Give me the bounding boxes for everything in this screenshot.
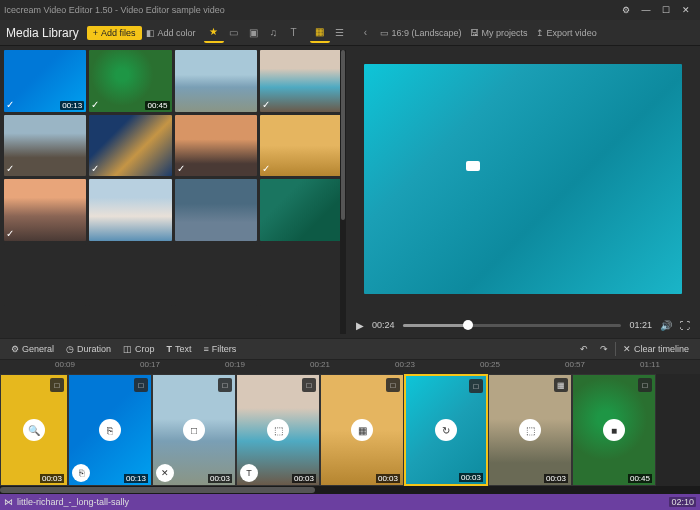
volume-icon[interactable]: 🔊 (660, 320, 672, 331)
clip-action-icon[interactable]: 🔍 (23, 419, 45, 441)
check-icon: ✓ (91, 163, 99, 174)
aspect-ratio-button[interactable]: ▭16:9 (Landscape) (376, 28, 466, 38)
timeline-clip[interactable]: ▦⬚00:03 (488, 374, 572, 486)
export-video-button[interactable]: ↥Export video (532, 28, 601, 38)
palette-icon: ◧ (146, 28, 155, 38)
settings-icon[interactable]: ⚙ (616, 0, 636, 20)
general-button[interactable]: ⚙General (6, 344, 59, 354)
media-thumb[interactable]: ✓ (4, 115, 86, 177)
media-thumb[interactable] (89, 179, 171, 241)
clip-action-icon[interactable]: ↻ (435, 419, 457, 441)
ruler-tick: 01:11 (640, 360, 660, 369)
ruler-tick: 00:17 (140, 360, 160, 369)
timeline-clip[interactable]: □■00:45 (572, 374, 656, 486)
playbar: ▶ 00:24 01:21 🔊 ⛶ (346, 312, 700, 338)
filters-button[interactable]: ≡Filters (199, 344, 242, 354)
aspect-icon: ▭ (380, 28, 389, 38)
clip-action-icon[interactable]: ▦ (351, 419, 373, 441)
audio-name: little-richard_-_long-tall-sally (17, 497, 129, 507)
ruler-tick: 00:25 (480, 360, 500, 369)
media-thumb[interactable] (260, 179, 342, 241)
undo-button[interactable]: ↶ (575, 344, 593, 354)
crop-button[interactable]: ◫Crop (118, 344, 160, 354)
preview-canvas[interactable] (364, 64, 682, 294)
transition-icon[interactable]: ✕ (156, 464, 174, 482)
timeline-toolbar: ⚙General ◷Duration ◫Crop TText ≡Filters … (0, 338, 700, 360)
duration-button[interactable]: ◷Duration (61, 344, 116, 354)
media-thumb[interactable] (260, 244, 342, 306)
my-projects-button[interactable]: 🖫My projects (466, 28, 532, 38)
filter-starred-icon[interactable]: ★ (204, 23, 224, 43)
thumb-duration: 00:13 (60, 101, 84, 110)
clip-duration: 00:03 (40, 474, 64, 483)
clip-type-icon: □ (302, 378, 316, 392)
transition-icon[interactable]: ⎘ (72, 464, 90, 482)
media-thumb[interactable] (175, 179, 257, 241)
media-thumb[interactable] (89, 244, 171, 306)
clip-action-icon[interactable]: ⬚ (519, 419, 541, 441)
app-title: Icecream Video Editor 1.50 - Video Edito… (4, 5, 225, 15)
clip-type-icon: □ (469, 379, 483, 393)
library-scrollbar[interactable] (340, 50, 346, 334)
check-icon: ✓ (177, 163, 185, 174)
check-icon: ✓ (6, 163, 14, 174)
ruler-tick: 00:23 (395, 360, 415, 369)
media-thumb[interactable]: ✓ (260, 50, 342, 112)
ruler-tick: 00:19 (225, 360, 245, 369)
filter-audio-icon[interactable]: ♫ (264, 23, 284, 43)
audio-track[interactable]: ⋈ little-richard_-_long-tall-sally 02:10 (0, 494, 700, 510)
minimize-icon[interactable]: — (636, 0, 656, 20)
media-library: ✓00:13✓00:45✓✓✓✓✓✓ (0, 46, 346, 338)
seek-slider[interactable] (403, 324, 622, 327)
clip-duration: 00:13 (124, 474, 148, 483)
fullscreen-icon[interactable]: ⛶ (680, 320, 690, 331)
clip-type-icon: □ (386, 378, 400, 392)
media-thumb[interactable]: ✓00:45 (89, 50, 171, 112)
add-files-button[interactable]: +Add files (87, 26, 142, 40)
media-thumb[interactable] (175, 244, 257, 306)
check-icon: ✓ (262, 163, 270, 174)
clip-action-icon[interactable]: ⎘ (99, 419, 121, 441)
filters-icon: ≡ (204, 344, 209, 354)
media-thumb[interactable]: ✓ (4, 179, 86, 241)
close-icon[interactable]: ✕ (676, 0, 696, 20)
maximize-icon[interactable]: ☐ (656, 0, 676, 20)
timeline-clip[interactable]: □🔍00:03 (0, 374, 68, 486)
filter-text-icon[interactable]: T (284, 23, 304, 43)
transition-icon[interactable]: T (240, 464, 258, 482)
ruler-tick: 00:57 (565, 360, 585, 369)
media-thumb[interactable]: ✓ (175, 115, 257, 177)
check-icon: ✓ (6, 99, 14, 110)
timeline-clip[interactable]: □▦00:03 (320, 374, 404, 486)
clip-action-icon[interactable]: □ (183, 419, 205, 441)
clip-action-icon[interactable]: ⬚ (267, 419, 289, 441)
clip-duration: 00:03 (208, 474, 232, 483)
ruler-tick: 00:21 (310, 360, 330, 369)
media-thumb[interactable] (175, 50, 257, 112)
media-thumb[interactable]: ✓ (260, 115, 342, 177)
clip-type-icon: □ (218, 378, 232, 392)
text-button[interactable]: TText (162, 344, 197, 354)
filter-video-icon[interactable]: ▭ (224, 23, 244, 43)
timeline-scrollbar[interactable] (0, 486, 700, 494)
timeline-clip[interactable]: □⬚00:03T (236, 374, 320, 486)
media-thumb[interactable]: ✓00:13 (4, 50, 86, 112)
clip-action-icon[interactable]: ■ (603, 419, 625, 441)
timeline-clip[interactable]: □⎘00:13⎘ (68, 374, 152, 486)
timeline[interactable]: □🔍00:03□⎘00:13⎘□□00:03✕□⬚00:03T□▦00:03□↻… (0, 374, 700, 486)
timeline-clip[interactable]: □↻00:03 (404, 374, 488, 486)
collapse-icon[interactable]: ‹ (356, 23, 376, 43)
media-thumb[interactable]: ✓ (89, 115, 171, 177)
add-color-button[interactable]: ◧Add color (142, 28, 200, 38)
media-thumb[interactable] (4, 244, 86, 306)
clear-timeline-button[interactable]: ✕Clear timeline (618, 344, 694, 354)
redo-button[interactable]: ↷ (595, 344, 613, 354)
timeline-clip[interactable]: □□00:03✕ (152, 374, 236, 486)
view-grid-icon[interactable]: ▦ (310, 23, 330, 43)
filter-image-icon[interactable]: ▣ (244, 23, 264, 43)
main-area: ✓00:13✓00:45✓✓✓✓✓✓ ▶ 00:24 01:21 🔊 ⛶ (0, 46, 700, 338)
timeline-ruler[interactable]: 00:0900:1700:1900:2100:2300:2500:5701:11 (0, 360, 700, 374)
play-button[interactable]: ▶ (356, 320, 364, 331)
view-list-icon[interactable]: ☰ (330, 23, 350, 43)
close-icon: ✕ (623, 344, 631, 354)
